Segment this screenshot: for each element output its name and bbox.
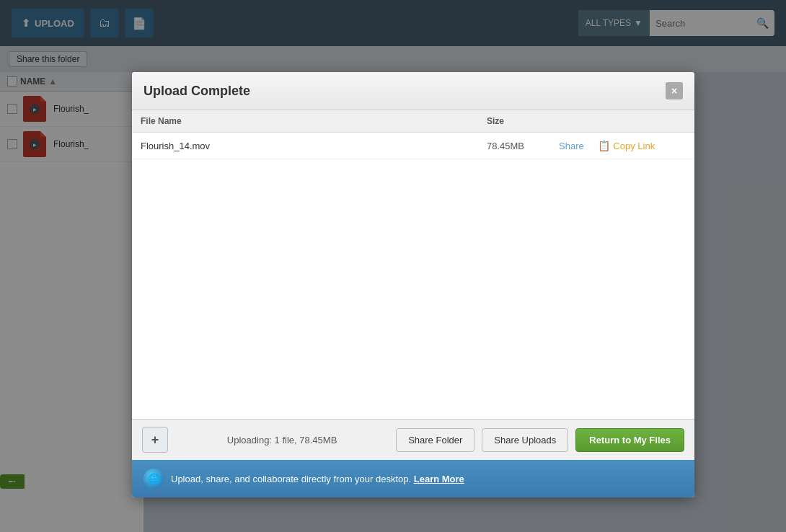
add-files-button[interactable]: + xyxy=(142,427,168,453)
learn-more-link[interactable]: Learn More xyxy=(414,474,464,484)
share-link[interactable]: Share xyxy=(559,141,584,151)
close-icon: × xyxy=(671,85,677,97)
modal-footer: + Uploading: 1 file, 78.45MB Share Folde… xyxy=(132,419,694,460)
info-bar-text: Upload, share, and collaborate directly … xyxy=(171,474,464,484)
modal-title: Upload Complete xyxy=(143,84,250,99)
modal-header: Upload Complete × xyxy=(132,72,694,110)
modal-close-button[interactable]: × xyxy=(666,82,683,99)
plus-icon: + xyxy=(151,433,159,448)
actions-col-header xyxy=(550,110,694,133)
return-to-my-files-button[interactable]: Return to My Files xyxy=(575,428,684,452)
modal-body xyxy=(132,159,694,419)
file-filename-cell: Flourish_14.mov xyxy=(132,133,478,159)
share-uploads-button[interactable]: Share Uploads xyxy=(482,428,568,452)
upload-complete-modal: Upload Complete × File Name Size Flouris… xyxy=(132,72,694,497)
desktop-app-icon: 🌐 xyxy=(143,469,164,489)
file-table: File Name Size Flourish_14.mov 78.45MB S… xyxy=(132,110,694,159)
copy-icon: 📋 xyxy=(598,140,610,151)
copy-link-button[interactable]: 📋 Copy Link xyxy=(598,140,655,151)
file-actions-cell: Share 📋 Copy Link xyxy=(550,133,694,159)
share-folder-button[interactable]: Share Folder xyxy=(396,428,474,452)
table-row: Flourish_14.mov 78.45MB Share 📋 Copy Lin… xyxy=(132,133,694,159)
info-bar: 🌐 Upload, share, and collaborate directl… xyxy=(132,460,694,497)
filename-col-header: File Name xyxy=(132,110,478,133)
file-size-cell: 78.45MB xyxy=(478,133,550,159)
copy-link-label: Copy Link xyxy=(613,141,655,151)
upload-status: Uploading: 1 file, 78.45MB xyxy=(175,435,389,445)
size-col-header: Size xyxy=(478,110,550,133)
file-table-container: File Name Size Flourish_14.mov 78.45MB S… xyxy=(132,110,694,159)
